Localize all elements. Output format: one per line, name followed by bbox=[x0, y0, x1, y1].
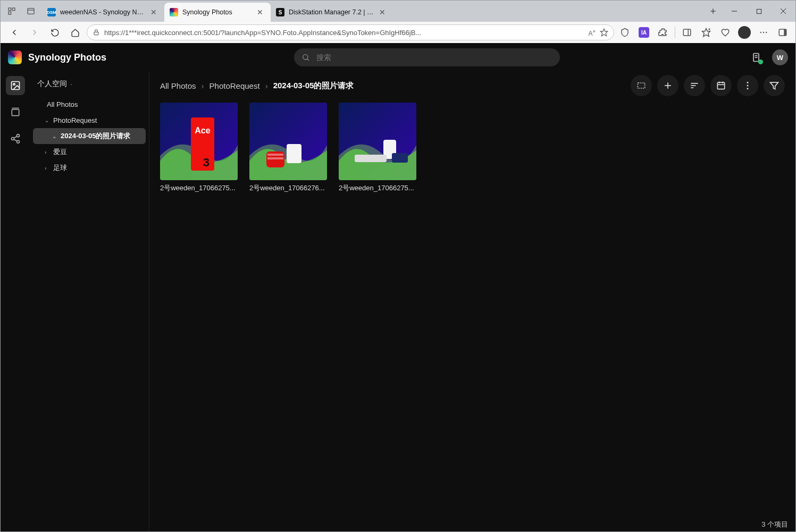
favorite-icon[interactable] bbox=[600, 28, 608, 37]
photo-filename: 2号weeden_17066275... bbox=[160, 183, 238, 193]
app-logo-icon bbox=[8, 50, 22, 64]
svg-text:3: 3 bbox=[203, 156, 210, 169]
svg-point-47 bbox=[747, 82, 749, 83]
tab-actions-icon[interactable] bbox=[24, 4, 38, 18]
rail-albums-icon[interactable] bbox=[6, 103, 25, 122]
space-selector[interactable]: 个人空间 · bbox=[33, 75, 146, 96]
sidebar-item-label: 足球 bbox=[53, 163, 67, 173]
photo-filename: 2号weeden_17066275... bbox=[339, 183, 416, 193]
svg-point-20 bbox=[766, 32, 767, 33]
collections-icon[interactable] bbox=[718, 25, 733, 40]
browser-window: DSMweedenNAS - Synology NAS✕Synology Pho… bbox=[0, 0, 796, 532]
app-viewport: Synology Photos W bbox=[1, 43, 795, 531]
rail-sharing-icon[interactable] bbox=[6, 129, 25, 148]
svg-rect-0 bbox=[9, 8, 11, 11]
sidebar: 个人空间 · All Photos⌄PhotoRequest⌄2024-03-0… bbox=[30, 72, 149, 531]
tab-label: weedenNAS - Synology NAS bbox=[60, 9, 145, 16]
svg-rect-2 bbox=[9, 12, 11, 14]
svg-rect-37 bbox=[638, 83, 644, 88]
svg-point-29 bbox=[13, 83, 14, 85]
url-text[interactable]: https://1***irect.quickconnect.cn:5001/?… bbox=[104, 29, 584, 37]
nav-refresh-button[interactable] bbox=[46, 24, 63, 41]
search-box[interactable] bbox=[294, 48, 560, 66]
svg-rect-3 bbox=[28, 9, 34, 14]
photo-thumbnail[interactable] bbox=[249, 103, 327, 180]
user-avatar[interactable]: W bbox=[772, 49, 788, 65]
shield-icon[interactable] bbox=[617, 25, 632, 40]
chevron-right-icon: › bbox=[202, 81, 204, 90]
tab-close-icon[interactable]: ✕ bbox=[378, 7, 387, 18]
ia-extension-icon[interactable]: IA bbox=[636, 25, 651, 40]
svg-line-24 bbox=[307, 59, 309, 61]
browser-tab[interactable]: SDiskStation Manager 7.2 | 群晖✕ bbox=[271, 3, 393, 22]
reader-icon[interactable]: A» bbox=[588, 28, 596, 37]
photo-card[interactable]: 2号weeden_17066276... bbox=[249, 103, 327, 193]
item-count: 3 个项目 bbox=[761, 520, 788, 529]
svg-point-19 bbox=[763, 32, 764, 33]
profile-avatar[interactable] bbox=[737, 25, 752, 40]
titlebar: DSMweedenNAS - Synology NAS✕Synology Pho… bbox=[1, 1, 795, 22]
search-input[interactable] bbox=[315, 53, 552, 62]
svg-rect-8 bbox=[757, 9, 761, 13]
sidebar-item[interactable]: ›足球 bbox=[33, 160, 146, 176]
tasks-icon[interactable] bbox=[748, 49, 765, 66]
svg-point-34 bbox=[16, 140, 19, 143]
sidebar-item[interactable]: ⌄2024-03-05的照片请求 bbox=[33, 128, 146, 144]
tab-close-icon[interactable]: ✕ bbox=[149, 7, 158, 18]
extensions-icon[interactable] bbox=[656, 25, 671, 40]
nav-home-button[interactable] bbox=[66, 24, 83, 41]
breadcrumb-item[interactable]: All Photos bbox=[160, 81, 196, 90]
svg-rect-1 bbox=[12, 8, 15, 11]
photo-card[interactable]: 2号weeden_17066275... bbox=[339, 103, 416, 193]
new-tab-button[interactable] bbox=[704, 1, 722, 22]
folder-tree: All Photos⌄PhotoRequest⌄2024-03-05的照片请求›… bbox=[33, 96, 146, 176]
window-close-button[interactable] bbox=[771, 1, 795, 22]
app-title: Synology Photos bbox=[28, 52, 106, 63]
svg-marker-50 bbox=[770, 82, 778, 89]
favorites-bar-icon[interactable] bbox=[699, 25, 714, 40]
photo-grid: Ace 32号weeden_17066275... 2号weeden_17066… bbox=[149, 99, 795, 518]
window-minimize-button[interactable] bbox=[722, 1, 747, 22]
sidebar-item[interactable]: ⌄PhotoRequest bbox=[33, 112, 146, 128]
favicon-icon: S bbox=[276, 8, 284, 16]
nav-forward-button[interactable] bbox=[26, 24, 43, 41]
svg-line-36 bbox=[14, 139, 17, 141]
sort-button[interactable] bbox=[684, 75, 705, 96]
split-view-icon[interactable] bbox=[680, 25, 694, 40]
tab-label: DiskStation Manager 7.2 | 群晖 bbox=[289, 8, 374, 17]
view-size-button[interactable] bbox=[631, 75, 652, 96]
nav-back-button[interactable] bbox=[6, 24, 23, 41]
svg-point-32 bbox=[16, 134, 19, 137]
filter-button[interactable] bbox=[764, 75, 785, 96]
sidebar-toggle-icon[interactable] bbox=[775, 25, 790, 40]
timeline-button[interactable] bbox=[710, 75, 732, 96]
chevron-down-icon: ⌄ bbox=[45, 117, 50, 123]
breadcrumb-item[interactable]: PhotoRequest bbox=[210, 81, 260, 90]
browser-tab[interactable]: DSMweedenNAS - Synology NAS✕ bbox=[42, 3, 164, 22]
favicon-icon bbox=[170, 8, 178, 16]
browser-tab[interactable]: Synology Photos✕ bbox=[164, 3, 271, 22]
more-button[interactable] bbox=[737, 75, 758, 96]
sidebar-item[interactable]: ›爱豆 bbox=[33, 144, 146, 160]
chevron-right-icon: › bbox=[265, 81, 268, 90]
photo-thumbnail[interactable]: Ace 3 bbox=[160, 103, 238, 180]
svg-rect-30 bbox=[12, 109, 19, 116]
svg-marker-12 bbox=[600, 29, 607, 36]
photo-card[interactable]: Ace 32号weeden_17066275... bbox=[160, 103, 238, 193]
window-maximize-button[interactable] bbox=[747, 1, 771, 22]
breadcrumb-item: 2024-03-05的照片请求 bbox=[273, 81, 354, 91]
url-box[interactable]: https://1***irect.quickconnect.cn:5001/?… bbox=[87, 24, 614, 40]
search-icon bbox=[301, 53, 310, 62]
tasks-badge-icon bbox=[758, 60, 763, 64]
workspaces-icon[interactable] bbox=[5, 4, 19, 18]
photo-thumbnail[interactable] bbox=[339, 103, 416, 180]
overflow-menu-icon[interactable] bbox=[756, 25, 771, 40]
add-button[interactable] bbox=[657, 75, 678, 96]
space-label: 个人空间 bbox=[37, 79, 67, 89]
svg-rect-59 bbox=[267, 157, 283, 159]
tab-label: Synology Photos bbox=[182, 9, 252, 16]
rail-photos-icon[interactable] bbox=[6, 76, 25, 95]
tab-close-icon[interactable]: ✕ bbox=[256, 7, 264, 18]
sidebar-item[interactable]: All Photos bbox=[33, 96, 146, 112]
sidebar-item-label: 2024-03-05的照片请求 bbox=[61, 131, 131, 141]
